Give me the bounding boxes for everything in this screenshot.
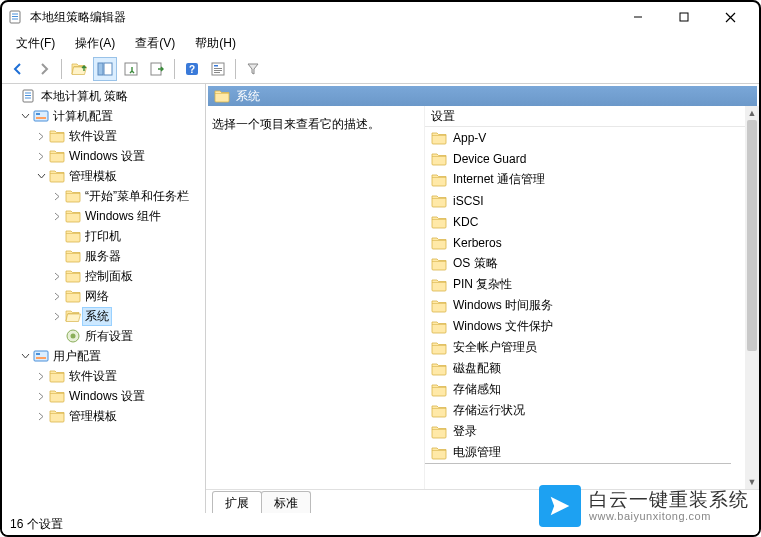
- tree-windows-settings[interactable]: Windows 设置: [2, 146, 205, 166]
- folder-icon: [431, 214, 447, 230]
- tree-software-settings[interactable]: 软件设置: [2, 126, 205, 146]
- tree-computer-config[interactable]: 计算机配置: [2, 106, 205, 126]
- tree-item-label: 软件设置: [66, 127, 120, 146]
- list-item[interactable]: App-V: [425, 127, 745, 148]
- list-item[interactable]: 磁盘配额: [425, 358, 745, 379]
- tree-system[interactable]: 系统: [2, 306, 205, 326]
- list-item[interactable]: 存储运行状况: [425, 400, 745, 421]
- tab-extended[interactable]: 扩展: [212, 491, 262, 513]
- list-item[interactable]: Windows 文件保护: [425, 316, 745, 337]
- chevron-right-icon[interactable]: [34, 132, 48, 141]
- folder-icon: [431, 193, 447, 209]
- chevron-down-icon[interactable]: [18, 112, 32, 121]
- chevron-right-icon[interactable]: [50, 192, 64, 201]
- folder-icon: [64, 268, 82, 284]
- folder-icon: [431, 424, 447, 440]
- chevron-right-icon[interactable]: [34, 372, 48, 381]
- folder-icon: [48, 128, 66, 144]
- chevron-right-icon[interactable]: [50, 212, 64, 221]
- tree-root[interactable]: 本地计算机 策略: [2, 86, 205, 106]
- tree-windows-components[interactable]: Windows 组件: [2, 206, 205, 226]
- list-item-label: Internet 通信管理: [453, 171, 545, 188]
- folder-icon: [431, 403, 447, 419]
- folder-icon: [48, 408, 66, 424]
- list-item[interactable]: Internet 通信管理: [425, 169, 745, 190]
- properties-button[interactable]: [206, 57, 230, 81]
- tree-servers[interactable]: 服务器: [2, 246, 205, 266]
- refresh-button[interactable]: [119, 57, 143, 81]
- tree-admin-templates-user[interactable]: 管理模板: [2, 406, 205, 426]
- tree-item-label: Windows 设置: [66, 387, 148, 406]
- tree-item-label: 软件设置: [66, 367, 120, 386]
- list-header: 设置: [425, 106, 745, 127]
- svg-rect-8: [104, 63, 112, 75]
- tree-printers[interactable]: 打印机: [2, 226, 205, 246]
- all-settings-icon: [64, 328, 82, 344]
- back-button[interactable]: [6, 57, 30, 81]
- scroll-thumb[interactable]: [747, 120, 757, 351]
- list-item-label: PIN 复杂性: [453, 276, 512, 293]
- maximize-button[interactable]: [661, 2, 707, 32]
- menu-action[interactable]: 操作(A): [65, 33, 125, 54]
- tree-pane[interactable]: 本地计算机 策略 计算机配置 软件设置 Windows 设置 管理模板 “开始”…: [2, 84, 206, 513]
- content-list[interactable]: 设置App-VDevice GuardInternet 通信管理iSCSIKDC…: [424, 106, 745, 489]
- menu-help[interactable]: 帮助(H): [185, 33, 246, 54]
- filter-button[interactable]: [241, 57, 265, 81]
- folder-icon: [431, 277, 447, 293]
- list-item-label: 存储运行状况: [453, 402, 525, 419]
- chevron-right-icon[interactable]: [34, 412, 48, 421]
- tree-item-label: 服务器: [82, 247, 124, 266]
- close-button[interactable]: [707, 2, 753, 32]
- folder-icon: [431, 361, 447, 377]
- tree-admin-templates[interactable]: 管理模板: [2, 166, 205, 186]
- list-item-label: KDC: [453, 215, 478, 229]
- list-item[interactable]: 电源管理: [425, 442, 745, 463]
- export-button[interactable]: [145, 57, 169, 81]
- tree-software-settings-user[interactable]: 软件设置: [2, 366, 205, 386]
- show-tree-button[interactable]: [93, 57, 117, 81]
- list-item[interactable]: 安全帐户管理员: [425, 337, 745, 358]
- list-item[interactable]: PIN 复杂性: [425, 274, 745, 295]
- policy-root-icon: [20, 88, 38, 104]
- description-hint: 选择一个项目来查看它的描述。: [212, 116, 418, 133]
- tree-user-config[interactable]: 用户配置: [2, 346, 205, 366]
- folder-icon: [431, 298, 447, 314]
- list-item[interactable]: Windows 时间服务: [425, 295, 745, 316]
- menu-view[interactable]: 查看(V): [125, 33, 185, 54]
- menu-file[interactable]: 文件(F): [6, 33, 65, 54]
- chevron-right-icon[interactable]: [50, 272, 64, 281]
- folder-open-icon: [64, 308, 82, 324]
- list-item[interactable]: 存储感知: [425, 379, 745, 400]
- up-level-button[interactable]: [67, 57, 91, 81]
- chevron-down-icon[interactable]: [18, 352, 32, 361]
- list-item[interactable]: OS 策略: [425, 253, 745, 274]
- list-item-label: 登录: [453, 423, 477, 440]
- tree-control-panel[interactable]: 控制面板: [2, 266, 205, 286]
- tab-standard[interactable]: 标准: [261, 491, 311, 513]
- scrollbar[interactable]: ▲ ▼: [745, 106, 759, 489]
- tree-item-label: 管理模板: [66, 407, 120, 426]
- list-item[interactable]: Kerberos: [425, 232, 745, 253]
- list-item[interactable]: Device Guard: [425, 148, 745, 169]
- tree-windows-settings-user[interactable]: Windows 设置: [2, 386, 205, 406]
- chevron-right-icon[interactable]: [34, 152, 48, 161]
- minimize-button[interactable]: [615, 2, 661, 32]
- list-item[interactable]: iSCSI: [425, 190, 745, 211]
- chevron-right-icon[interactable]: [34, 392, 48, 401]
- svg-rect-6: [680, 13, 688, 21]
- folder-icon: [48, 368, 66, 384]
- list-item[interactable]: KDC: [425, 211, 745, 232]
- chevron-right-icon[interactable]: [50, 292, 64, 301]
- help-button[interactable]: ?: [180, 57, 204, 81]
- list-item-label: iSCSI: [453, 194, 484, 208]
- tree-all-settings[interactable]: 所有设置: [2, 326, 205, 346]
- scroll-down-button[interactable]: ▼: [745, 475, 759, 489]
- chevron-right-icon[interactable]: [50, 312, 64, 321]
- list-item[interactable]: 登录: [425, 421, 745, 442]
- tree-network[interactable]: 网络: [2, 286, 205, 306]
- chevron-down-icon[interactable]: [34, 172, 48, 181]
- scroll-track[interactable]: [745, 120, 759, 475]
- tree-start-taskbar[interactable]: “开始”菜单和任务栏: [2, 186, 205, 206]
- scroll-up-button[interactable]: ▲: [745, 106, 759, 120]
- forward-button[interactable]: [32, 57, 56, 81]
